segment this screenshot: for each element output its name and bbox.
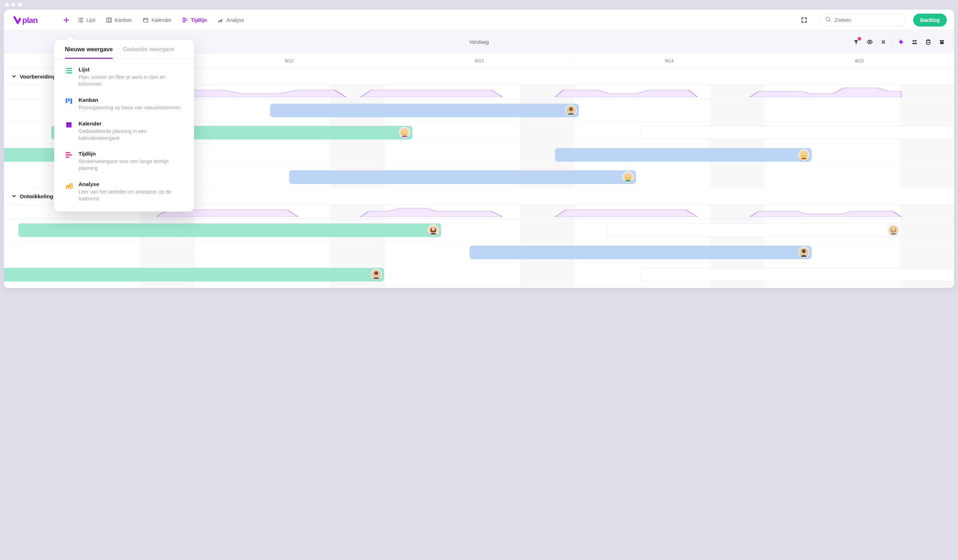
task-bar[interactable] xyxy=(270,104,579,117)
svg-rect-45 xyxy=(67,122,72,124)
svg-rect-47 xyxy=(70,122,71,123)
assignee-avatar[interactable] xyxy=(371,269,382,280)
week-col: W15 xyxy=(764,54,954,68)
dropdown-item-desc: Strokenweergave voor een lange termijn p… xyxy=(79,158,184,172)
list-icon xyxy=(64,66,73,87)
brand-logo[interactable]: plan xyxy=(11,14,51,26)
traffic-light-min[interactable] xyxy=(11,3,15,6)
svg-rect-12 xyxy=(940,40,944,41)
integrations-button[interactable] xyxy=(896,37,906,47)
dropdown-item-title: Lijst xyxy=(79,66,184,73)
task-bar[interactable] xyxy=(641,126,954,139)
dropdown-tab-new[interactable]: Nieuwe weergave xyxy=(65,46,113,59)
capacity-shape xyxy=(360,87,503,97)
task-row xyxy=(4,219,954,241)
database-button[interactable] xyxy=(923,37,933,47)
svg-point-40 xyxy=(66,73,67,73)
task-bar[interactable] xyxy=(469,245,812,259)
task-row xyxy=(4,241,954,264)
task-bar[interactable] xyxy=(289,170,636,184)
dropdown-item-kalender[interactable]: Kalender Gedetailleerde planning in een … xyxy=(61,118,187,144)
archive-button[interactable] xyxy=(937,37,947,47)
assignee-avatar[interactable] xyxy=(798,149,809,161)
nav-tab-label: Kanban xyxy=(115,17,132,23)
toolbar-divider xyxy=(892,38,892,46)
dropdown-item-title: Kanban xyxy=(79,97,181,103)
week-col: W13 xyxy=(384,54,574,68)
task-bar[interactable] xyxy=(607,223,902,237)
settings-button[interactable] xyxy=(879,37,888,47)
capacity-shape xyxy=(750,207,902,217)
nav-tab-tijdlijn[interactable]: Tijdlijn xyxy=(178,15,211,25)
dropdown-item-title: Analyse xyxy=(79,181,184,187)
kanban-icon xyxy=(64,97,73,111)
svg-rect-41 xyxy=(66,98,67,103)
assignee-avatar[interactable] xyxy=(399,127,410,138)
dropdown-item-analyse[interactable]: Analyse Leer van het verleden en anticip… xyxy=(61,179,187,204)
nav-tab-analyse[interactable]: Analyse xyxy=(213,15,249,25)
svg-point-31 xyxy=(431,228,435,231)
analyse-icon xyxy=(218,17,224,23)
svg-point-1 xyxy=(78,17,79,18)
nav-tab-lijst[interactable]: Lijst xyxy=(73,15,100,25)
fullscreen-button[interactable] xyxy=(799,15,809,25)
backlog-button[interactable]: Backlog xyxy=(913,14,947,27)
assignee-avatar[interactable] xyxy=(888,225,899,236)
assignee-avatar[interactable] xyxy=(622,171,634,183)
dropdown-item-kanban[interactable]: Kanban Procesplanning op basis van statu… xyxy=(61,95,187,113)
assignee-avatar[interactable] xyxy=(565,105,577,116)
task-bar[interactable] xyxy=(4,268,384,282)
nav-tab-label: Kalender xyxy=(151,17,171,23)
search-icon xyxy=(825,16,831,24)
svg-point-21 xyxy=(403,130,406,133)
timeline-icon xyxy=(182,17,188,23)
calendar-icon xyxy=(143,17,149,23)
dropdown-item-desc: Procesplanning op basis van statuskolomm… xyxy=(79,104,181,111)
svg-marker-27 xyxy=(360,208,503,217)
timeline-icon xyxy=(64,150,73,172)
task-bar[interactable] xyxy=(18,223,441,237)
svg-point-8 xyxy=(883,41,884,43)
svg-rect-4 xyxy=(106,18,111,22)
chevron-down-icon xyxy=(12,73,16,79)
svg-text:plan: plan xyxy=(22,16,38,25)
dropdown-item-tijdlijn[interactable]: Tijdlijn Strokenweergave voor een lange … xyxy=(61,149,187,174)
dropdown-tab-shared[interactable]: Gedeelde weergave xyxy=(123,46,174,59)
kanban-icon xyxy=(106,17,112,23)
svg-rect-13 xyxy=(940,41,944,44)
list-icon xyxy=(78,17,84,23)
search-input[interactable] xyxy=(834,17,901,23)
nav-tab-kanban[interactable]: Kanban xyxy=(102,15,136,25)
nav-tab-kalender[interactable]: Kalender xyxy=(138,15,176,25)
svg-point-7 xyxy=(869,41,871,43)
svg-point-39 xyxy=(66,70,67,71)
svg-point-35 xyxy=(802,249,806,253)
assignee-avatar[interactable] xyxy=(798,247,809,258)
traffic-light-max[interactable] xyxy=(18,3,22,6)
task-bar[interactable] xyxy=(555,148,811,162)
task-bar[interactable] xyxy=(641,268,954,282)
traffic-light-close[interactable] xyxy=(5,3,9,6)
svg-rect-5 xyxy=(143,18,148,22)
team-button[interactable] xyxy=(910,37,920,47)
svg-point-23 xyxy=(802,152,805,156)
today-button[interactable]: Vandaag xyxy=(463,36,495,48)
svg-marker-29 xyxy=(750,211,902,217)
dropdown-item-lijst[interactable]: Lijst Plan, sorteer en filter je werk in… xyxy=(61,64,187,90)
nav-tab-label: Analyse xyxy=(226,17,244,23)
filter-button[interactable] xyxy=(851,37,861,47)
svg-point-11 xyxy=(926,40,930,41)
svg-point-25 xyxy=(626,175,630,178)
assignee-avatar[interactable] xyxy=(428,225,439,236)
svg-point-3 xyxy=(78,21,79,22)
add-view-button[interactable] xyxy=(61,15,71,25)
dropdown-item-desc: Plan, sorteer en filter je werk in rijen… xyxy=(79,74,184,87)
chevron-down-icon xyxy=(12,193,16,199)
visibility-button[interactable] xyxy=(865,37,875,47)
search-field[interactable] xyxy=(820,14,906,26)
svg-rect-46 xyxy=(67,122,68,123)
svg-point-37 xyxy=(374,271,378,275)
group-title: Ontwikkeling xyxy=(20,193,53,199)
capacity-shape xyxy=(555,207,697,217)
svg-point-10 xyxy=(915,40,917,41)
